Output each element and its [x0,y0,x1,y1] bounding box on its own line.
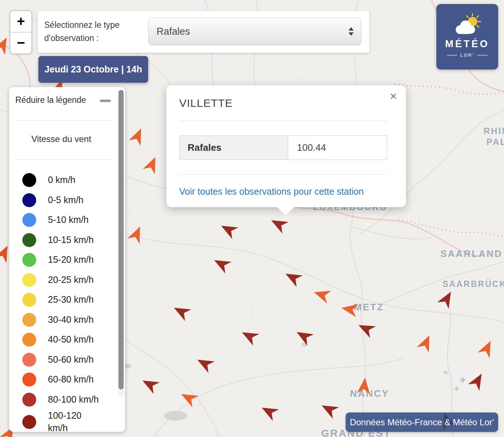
observation-table: Rafales100.44 [179,135,387,160]
meteo-lor-logo: MÉTÉO LOR' [436,4,498,70]
legend-color-dot [22,373,36,386]
sun-cloud-icon [452,12,483,37]
legend-item-label: 0-5 km/h [48,194,83,206]
legend-item: 40-50 km/h [9,330,119,350]
logo-subtitle: LOR' [447,52,488,58]
observation-label: Rafales [180,136,288,160]
selected-observation: Rafales [157,26,190,37]
wind-direction-arrow[interactable] [339,300,360,319]
legend-collapse-label[interactable]: Réduire la légende [15,95,86,105]
legend-color-dot [22,273,36,287]
map-zoom-control: + − [10,10,32,54]
legend-color-dot [22,333,36,347]
legend-color-dot [22,253,36,267]
legend-item-label: 0 km/h [48,174,75,186]
popup-divider [179,174,387,175]
legend-item-label: 10-15 km/h [48,234,94,246]
legend-item-label: 25-30 km/h [48,294,94,306]
legend-item: 50-60 km/h [9,350,119,370]
legend-item-label: 100-120 km/h [48,410,82,432]
popup-divider [179,121,387,121]
legend-item: 80-100 km/h [9,390,119,410]
popup-tail [276,206,295,215]
legend-item-label: 60-80 km/h [48,373,94,386]
station-name: VILLETTE [179,97,233,109]
legend-color-dot [22,233,36,247]
map-region-label: SAARBRÜCKEN [443,279,504,289]
legend-color-dot [22,173,36,187]
map-region-label: SAARLAND [440,248,503,259]
legend-item-label: 40-50 km/h [48,333,94,346]
legend-scrollbar-thumb[interactable] [119,90,124,389]
legend-item-label: 20-25 km/h [48,274,94,286]
legend-color-dot [22,193,36,207]
legend-item: 30-40 km/h [9,310,119,330]
collapse-minus-icon[interactable] [100,100,111,102]
observation-type-select[interactable]: Rafales [148,18,361,45]
legend-color-dot [22,213,36,227]
legend-item: 10-15 km/h [9,230,119,250]
legend-item: 25-30 km/h [9,290,119,310]
logo-subtitle-text: LOR' [460,52,474,58]
zoom-in-button[interactable]: + [10,11,31,32]
legend-item-label: 5-10 km/h [48,214,89,226]
legend-item: 15-20 km/h [9,250,119,270]
airport-icon: ✈ [459,376,466,385]
legend-title: Vitesse du vent [9,134,113,144]
legend-item: 60-80 km/h [9,370,119,390]
observation-value: 100.44 [288,136,387,160]
select-spinner-icon [349,27,354,36]
observation-type-label: Sélectionnez le type d'observation : [44,18,120,45]
legend-item: 20-25 km/h [9,270,119,290]
wind-direction-arrow[interactable] [356,376,373,395]
legend-item: 0 km/h [9,170,119,190]
datetime-badge: Jeudi 23 Octobre | 14h [38,56,148,83]
weather-map-app: RHINPALLUXEMBOURGSAARLANDSAARBRÜCKENMETZ… [0,0,504,437]
legend-item-label: 80-100 km/h [48,393,99,406]
map-region-label: PAL [486,137,504,147]
observation-row: Rafales100.44 [180,136,387,160]
legend-panel: Réduire la légende Vitesse du vent 0 km/… [9,87,125,432]
legend-item: 0-5 km/h [9,190,119,210]
legend-item-label: 15-20 km/h [48,254,94,266]
observation-type-bar: Sélectionnez le type d'observation : Raf… [38,11,369,53]
legend-color-dot [22,393,36,407]
legend-color-dot [22,415,36,429]
legend-item-list: 0 km/h0-5 km/h5-10 km/h10-15 km/h15-20 k… [9,170,119,432]
zoom-out-button[interactable]: − [10,32,31,53]
legend-color-dot [22,353,36,367]
legend-item: 100-120 km/h [9,410,119,432]
legend-color-dot [22,313,36,327]
legend-divider [15,120,112,120]
legend-item-label: 50-60 km/h [48,354,94,366]
legend-item: 5-10 km/h [9,210,119,230]
legend-divider [15,159,112,160]
attribution-text: Données Météo-France & Météo Lor' [346,412,498,432]
logo-title: MÉTÉO [445,38,489,50]
legend-item-label: 30-40 km/h [48,314,94,326]
station-popup: VILLETTE ✕ Rafales100.44 Voir toutes les… [166,85,406,207]
close-icon[interactable]: ✕ [390,91,397,102]
legend-color-dot [22,293,36,307]
map-region-label: RHIN [484,126,504,136]
airport-icon: ✈ [454,385,459,393]
station-observations-link[interactable]: Voir toutes les observations pour cette … [179,186,364,197]
